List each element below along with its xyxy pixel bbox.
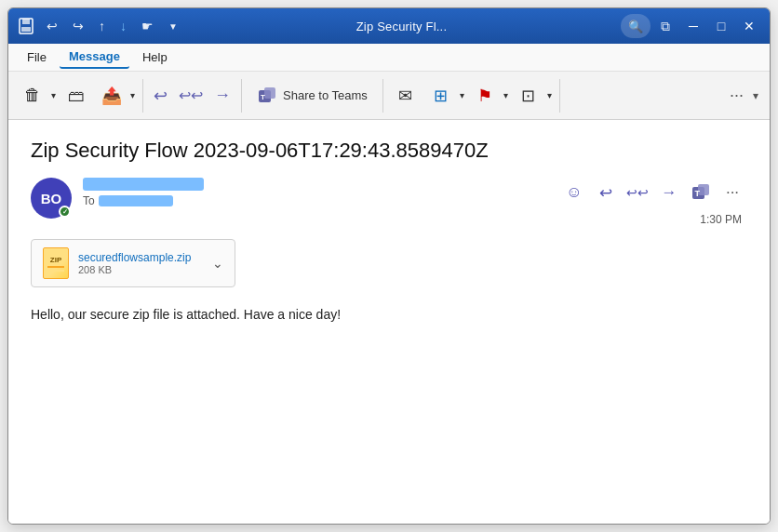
translate-group: ⊡ ▾: [512, 75, 554, 116]
recipient-redacted: [99, 195, 173, 206]
minimize-button[interactable]: ─: [680, 13, 706, 39]
menubar: File Message Help: [8, 44, 770, 72]
share-to-teams-button[interactable]: T Share to Teams: [248, 75, 377, 116]
share-teams-inner: T Share to Teams: [257, 86, 368, 106]
translate-icon: ⊡: [521, 87, 535, 104]
teams-email-icon: T: [691, 182, 711, 203]
save-icon: [16, 16, 36, 36]
unread-button[interactable]: ✉: [389, 75, 423, 116]
flag-button[interactable]: ⚑: [468, 75, 502, 116]
email-action-buttons: ☺ ↩ ↩↩ → T ···: [559, 178, 747, 207]
to-label: To: [83, 194, 95, 207]
flag-group: ⚑ ▾: [468, 75, 510, 116]
teams-email-button[interactable]: T: [686, 178, 716, 207]
translate-dropdown[interactable]: ▾: [545, 86, 554, 104]
download-button[interactable]: ↓: [115, 17, 131, 35]
more-email-button[interactable]: ···: [718, 178, 747, 207]
svg-rect-4: [264, 87, 275, 99]
more-title-button[interactable]: ▼: [164, 20, 182, 33]
delete-group: 🗑 ▾: [16, 75, 58, 116]
attachment-size: 208 KB: [78, 264, 203, 275]
email-subject: Zip Security Flow 2023-09-06T17:29:43.85…: [31, 139, 747, 163]
zip-file-icon: ZIP: [43, 247, 69, 279]
upload-button[interactable]: ↑: [94, 17, 110, 35]
reply-all-email-button[interactable]: ↩↩: [623, 178, 652, 207]
move-dropdown[interactable]: ▾: [128, 86, 137, 104]
ribbon-more-button[interactable]: ···: [724, 79, 749, 113]
popout-button[interactable]: ⧉: [656, 17, 675, 36]
sender-avatar: BO: [31, 178, 72, 219]
search-button[interactable]: 🔍: [621, 14, 651, 38]
move-button[interactable]: 📤: [95, 75, 128, 116]
window-controls: ─ □ ✕: [680, 13, 762, 39]
close-button[interactable]: ✕: [736, 13, 762, 39]
move-group: 📤 ▾: [95, 75, 137, 116]
attachment-box[interactable]: ZIP securedflowsample.zip 208 KB ⌄: [31, 239, 235, 287]
ribbon-collapse-button[interactable]: ▾: [749, 87, 762, 104]
outlook-window: ↩ ↪ ↑ ↓ ☛ ▼ Zip Security Fl... 🔍 ⧉ ─ □ ✕…: [7, 7, 771, 525]
email-header: BO To ☺ ↩ ↩↩ →: [31, 178, 747, 226]
to-row: To: [83, 194, 548, 207]
menu-help[interactable]: Help: [133, 47, 177, 68]
forward-email-button[interactable]: →: [654, 178, 684, 207]
avatar-initials: BO: [41, 191, 62, 206]
redo-button[interactable]: ↪: [68, 17, 88, 35]
touch-button[interactable]: ☛: [137, 17, 158, 35]
undo-button[interactable]: ↩: [42, 17, 62, 35]
apps-button[interactable]: ⊞: [424, 75, 458, 116]
email-time: 1:30 PM: [700, 213, 742, 226]
delete-button[interactable]: 🗑: [16, 75, 49, 116]
unread-icon: ✉: [398, 87, 412, 104]
email-content: Zip Security Flow 2023-09-06T17:29:43.85…: [8, 120, 770, 524]
teams-icon: T: [257, 86, 277, 106]
apps-group: ⊞ ▾: [424, 75, 466, 116]
delete-icon: 🗑: [24, 86, 41, 103]
titlebar: ↩ ↪ ↑ ↓ ☛ ▼ Zip Security Fl... 🔍 ⧉ ─ □ ✕: [8, 8, 770, 44]
svg-rect-2: [21, 27, 31, 32]
svg-rect-1: [22, 19, 30, 24]
ribbon: 🗑 ▾ 🗃 📤 ▾ ↩ ↩↩ → T: [8, 72, 770, 120]
apps-dropdown[interactable]: ▾: [458, 86, 466, 104]
attachment-chevron-icon: ⌄: [212, 256, 223, 271]
delete-dropdown[interactable]: ▾: [49, 86, 58, 104]
online-badge: [59, 206, 71, 218]
ribbon-end: ··· ▾: [724, 79, 762, 113]
reply-email-button[interactable]: ↩: [591, 178, 621, 207]
attachment-name: securedflowsample.zip: [78, 251, 203, 264]
flag-icon: ⚑: [477, 87, 492, 104]
attachment-info: securedflowsample.zip 208 KB: [78, 251, 203, 275]
share-teams-label: Share to Teams: [283, 88, 368, 102]
sep4: [559, 79, 560, 113]
sender-name-redacted: [83, 178, 204, 191]
archive-button[interactable]: 🗃: [60, 75, 93, 116]
sep2: [241, 79, 242, 113]
email-actions-right: ☺ ↩ ↩↩ → T ··· 1:30 PM: [559, 178, 747, 226]
menu-message[interactable]: Message: [60, 46, 129, 69]
reply-all-button[interactable]: ↩↩: [174, 79, 208, 113]
forward-button[interactable]: →: [209, 79, 235, 113]
emoji-button[interactable]: ☺: [559, 178, 589, 207]
translate-button[interactable]: ⊡: [512, 75, 545, 116]
apps-icon: ⊞: [434, 87, 448, 104]
email-body: Hello, our secure zip file is attached. …: [31, 304, 747, 325]
svg-text:T: T: [261, 93, 265, 101]
maximize-button[interactable]: □: [708, 13, 734, 39]
svg-text:T: T: [695, 189, 701, 198]
email-meta: To: [83, 178, 548, 207]
window-title: Zip Security Fl...: [188, 20, 615, 33]
move-icon: 📤: [101, 87, 122, 104]
menu-file[interactable]: File: [18, 47, 56, 68]
sep3: [382, 79, 383, 113]
reply-button[interactable]: ↩: [149, 79, 172, 113]
archive-icon: 🗃: [68, 87, 85, 104]
sep1: [142, 79, 143, 113]
flag-dropdown[interactable]: ▾: [502, 86, 510, 104]
